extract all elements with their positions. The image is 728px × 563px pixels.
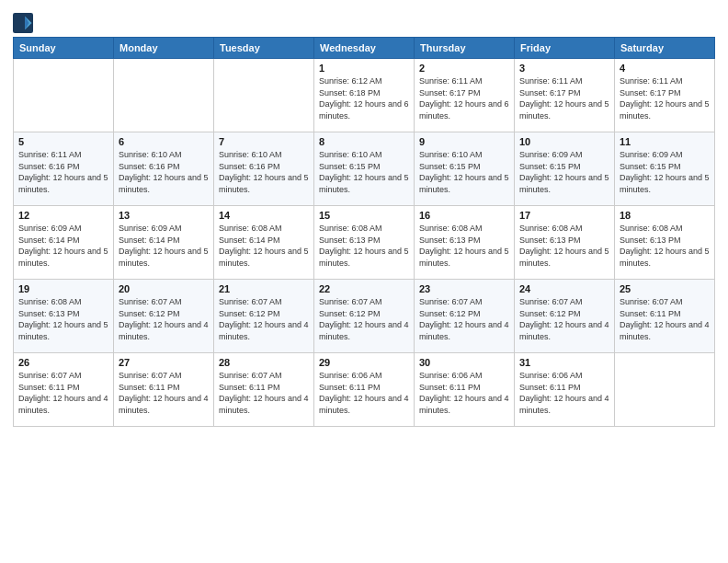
day-cell-3: 3Sunrise: 6:11 AM Sunset: 6:17 PM Daylig… bbox=[515, 59, 615, 132]
day-cell-18: 18Sunrise: 6:08 AM Sunset: 6:13 PM Dayli… bbox=[615, 206, 715, 280]
day-number: 3 bbox=[519, 63, 609, 74]
day-cell-22: 22Sunrise: 6:07 AM Sunset: 6:12 PM Dayli… bbox=[314, 280, 415, 353]
day-number: 4 bbox=[620, 63, 710, 74]
week-row-1: 1Sunrise: 6:12 AM Sunset: 6:18 PM Daylig… bbox=[14, 59, 715, 132]
calendar-header: SundayMondayTuesdayWednesdayThursdayFrid… bbox=[14, 38, 715, 59]
day-number: 12 bbox=[18, 210, 108, 221]
day-cell-23: 23Sunrise: 6:07 AM Sunset: 6:12 PM Dayli… bbox=[415, 280, 515, 353]
calendar-body: 1Sunrise: 6:12 AM Sunset: 6:18 PM Daylig… bbox=[14, 59, 715, 427]
day-detail: Sunrise: 6:07 AM Sunset: 6:12 PM Dayligh… bbox=[519, 296, 609, 342]
day-number: 16 bbox=[419, 210, 509, 221]
day-detail: Sunrise: 6:12 AM Sunset: 6:18 PM Dayligh… bbox=[319, 75, 409, 121]
day-detail: Sunrise: 6:10 AM Sunset: 6:15 PM Dayligh… bbox=[419, 149, 509, 195]
day-cell-19: 19Sunrise: 6:08 AM Sunset: 6:13 PM Dayli… bbox=[14, 280, 114, 353]
day-number: 13 bbox=[119, 210, 209, 221]
day-cell-30: 30Sunrise: 6:06 AM Sunset: 6:11 PM Dayli… bbox=[415, 353, 515, 427]
day-number: 19 bbox=[18, 283, 108, 294]
day-number: 27 bbox=[119, 357, 209, 368]
day-detail: Sunrise: 6:09 AM Sunset: 6:15 PM Dayligh… bbox=[519, 149, 609, 195]
day-number: 30 bbox=[419, 357, 509, 368]
day-cell-20: 20Sunrise: 6:07 AM Sunset: 6:12 PM Dayli… bbox=[114, 280, 214, 353]
day-detail: Sunrise: 6:08 AM Sunset: 6:13 PM Dayligh… bbox=[419, 223, 509, 269]
day-number: 15 bbox=[319, 210, 409, 221]
day-number: 2 bbox=[419, 63, 509, 74]
day-number: 10 bbox=[519, 136, 609, 147]
day-cell-29: 29Sunrise: 6:06 AM Sunset: 6:11 PM Dayli… bbox=[314, 353, 415, 427]
day-detail: Sunrise: 6:07 AM Sunset: 6:11 PM Dayligh… bbox=[620, 296, 710, 342]
day-detail: Sunrise: 6:06 AM Sunset: 6:11 PM Dayligh… bbox=[419, 370, 509, 416]
day-cell-26: 26Sunrise: 6:07 AM Sunset: 6:11 PM Dayli… bbox=[14, 353, 114, 427]
day-detail: Sunrise: 6:07 AM Sunset: 6:11 PM Dayligh… bbox=[219, 370, 309, 416]
logo-icon bbox=[13, 13, 33, 33]
day-number: 1 bbox=[319, 63, 409, 74]
logo bbox=[13, 13, 37, 33]
day-detail: Sunrise: 6:07 AM Sunset: 6:12 PM Dayligh… bbox=[119, 296, 209, 342]
day-number: 23 bbox=[419, 283, 509, 294]
day-cell-27: 27Sunrise: 6:07 AM Sunset: 6:11 PM Dayli… bbox=[114, 353, 214, 427]
day-cell-7: 7Sunrise: 6:10 AM Sunset: 6:16 PM Daylig… bbox=[214, 132, 314, 206]
day-detail: Sunrise: 6:11 AM Sunset: 6:17 PM Dayligh… bbox=[620, 75, 710, 121]
day-number: 28 bbox=[219, 357, 309, 368]
day-detail: Sunrise: 6:07 AM Sunset: 6:12 PM Dayligh… bbox=[319, 296, 409, 342]
day-detail: Sunrise: 6:11 AM Sunset: 6:17 PM Dayligh… bbox=[419, 75, 509, 121]
day-number: 31 bbox=[519, 357, 609, 368]
day-cell-6: 6Sunrise: 6:10 AM Sunset: 6:16 PM Daylig… bbox=[114, 132, 214, 206]
day-number: 14 bbox=[219, 210, 309, 221]
header-day-tuesday: Tuesday bbox=[214, 38, 314, 59]
day-detail: Sunrise: 6:11 AM Sunset: 6:16 PM Dayligh… bbox=[18, 149, 108, 195]
empty-cell bbox=[14, 59, 114, 132]
day-number: 24 bbox=[519, 283, 609, 294]
day-cell-8: 8Sunrise: 6:10 AM Sunset: 6:15 PM Daylig… bbox=[314, 132, 415, 206]
day-cell-24: 24Sunrise: 6:07 AM Sunset: 6:12 PM Dayli… bbox=[515, 280, 615, 353]
day-detail: Sunrise: 6:06 AM Sunset: 6:11 PM Dayligh… bbox=[519, 370, 609, 416]
day-detail: Sunrise: 6:08 AM Sunset: 6:13 PM Dayligh… bbox=[319, 223, 409, 269]
day-detail: Sunrise: 6:10 AM Sunset: 6:16 PM Dayligh… bbox=[219, 149, 309, 195]
week-row-3: 12Sunrise: 6:09 AM Sunset: 6:14 PM Dayli… bbox=[14, 206, 715, 280]
day-detail: Sunrise: 6:11 AM Sunset: 6:17 PM Dayligh… bbox=[519, 75, 609, 121]
day-number: 11 bbox=[620, 136, 710, 147]
calendar-table: SundayMondayTuesdayWednesdayThursdayFrid… bbox=[13, 37, 715, 427]
day-cell-31: 31Sunrise: 6:06 AM Sunset: 6:11 PM Dayli… bbox=[515, 353, 615, 427]
day-cell-28: 28Sunrise: 6:07 AM Sunset: 6:11 PM Dayli… bbox=[214, 353, 314, 427]
day-cell-9: 9Sunrise: 6:10 AM Sunset: 6:15 PM Daylig… bbox=[415, 132, 515, 206]
day-detail: Sunrise: 6:07 AM Sunset: 6:12 PM Dayligh… bbox=[419, 296, 509, 342]
day-number: 9 bbox=[419, 136, 509, 147]
day-number: 29 bbox=[319, 357, 409, 368]
header-day-monday: Monday bbox=[114, 38, 214, 59]
day-detail: Sunrise: 6:06 AM Sunset: 6:11 PM Dayligh… bbox=[319, 370, 409, 416]
day-number: 7 bbox=[219, 136, 309, 147]
empty-cell bbox=[214, 59, 314, 132]
day-number: 17 bbox=[519, 210, 609, 221]
empty-cell bbox=[615, 353, 715, 427]
day-cell-12: 12Sunrise: 6:09 AM Sunset: 6:14 PM Dayli… bbox=[14, 206, 114, 280]
day-cell-13: 13Sunrise: 6:09 AM Sunset: 6:14 PM Dayli… bbox=[114, 206, 214, 280]
header-day-wednesday: Wednesday bbox=[314, 38, 415, 59]
day-cell-11: 11Sunrise: 6:09 AM Sunset: 6:15 PM Dayli… bbox=[615, 132, 715, 206]
day-number: 25 bbox=[620, 283, 710, 294]
day-detail: Sunrise: 6:10 AM Sunset: 6:16 PM Dayligh… bbox=[119, 149, 209, 195]
header-day-saturday: Saturday bbox=[615, 38, 715, 59]
day-detail: Sunrise: 6:07 AM Sunset: 6:11 PM Dayligh… bbox=[18, 370, 108, 416]
day-number: 18 bbox=[620, 210, 710, 221]
day-detail: Sunrise: 6:09 AM Sunset: 6:14 PM Dayligh… bbox=[119, 223, 209, 269]
week-row-4: 19Sunrise: 6:08 AM Sunset: 6:13 PM Dayli… bbox=[14, 280, 715, 353]
day-cell-17: 17Sunrise: 6:08 AM Sunset: 6:13 PM Dayli… bbox=[515, 206, 615, 280]
day-cell-2: 2Sunrise: 6:11 AM Sunset: 6:17 PM Daylig… bbox=[415, 59, 515, 132]
day-number: 21 bbox=[219, 283, 309, 294]
page: SundayMondayTuesdayWednesdayThursdayFrid… bbox=[0, 0, 728, 563]
day-cell-21: 21Sunrise: 6:07 AM Sunset: 6:12 PM Dayli… bbox=[214, 280, 314, 353]
week-row-2: 5Sunrise: 6:11 AM Sunset: 6:16 PM Daylig… bbox=[14, 132, 715, 206]
day-detail: Sunrise: 6:08 AM Sunset: 6:13 PM Dayligh… bbox=[620, 223, 710, 269]
day-cell-5: 5Sunrise: 6:11 AM Sunset: 6:16 PM Daylig… bbox=[14, 132, 114, 206]
header-day-friday: Friday bbox=[515, 38, 615, 59]
day-number: 22 bbox=[319, 283, 409, 294]
day-cell-14: 14Sunrise: 6:08 AM Sunset: 6:14 PM Dayli… bbox=[214, 206, 314, 280]
header bbox=[13, 9, 715, 33]
day-cell-15: 15Sunrise: 6:08 AM Sunset: 6:13 PM Dayli… bbox=[314, 206, 415, 280]
day-detail: Sunrise: 6:07 AM Sunset: 6:12 PM Dayligh… bbox=[219, 296, 309, 342]
day-number: 26 bbox=[18, 357, 108, 368]
day-detail: Sunrise: 6:07 AM Sunset: 6:11 PM Dayligh… bbox=[119, 370, 209, 416]
day-detail: Sunrise: 6:08 AM Sunset: 6:14 PM Dayligh… bbox=[219, 223, 309, 269]
day-number: 8 bbox=[319, 136, 409, 147]
day-cell-4: 4Sunrise: 6:11 AM Sunset: 6:17 PM Daylig… bbox=[615, 59, 715, 132]
